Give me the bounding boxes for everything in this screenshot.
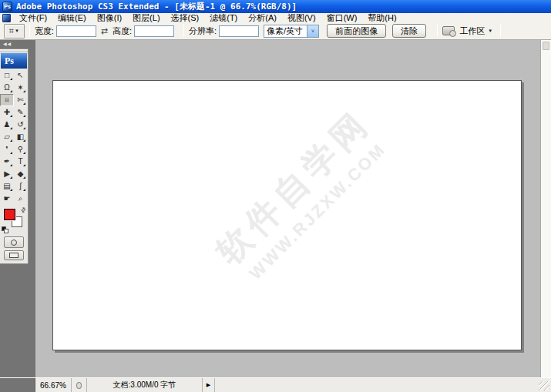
resolution-input[interactable]: [219, 25, 259, 37]
palette-collapse-header[interactable]: ◀◀: [0, 40, 35, 49]
menu-analysis[interactable]: 分析(A): [243, 13, 282, 22]
separator: [183, 25, 184, 37]
brush-tool-icon: ✎: [17, 109, 23, 116]
move-tool[interactable]: ↖: [14, 69, 27, 82]
chevron-down-icon: ▼: [15, 28, 19, 33]
history-brush-tool[interactable]: ↺: [14, 119, 27, 131]
palette-grip[interactable]: [0, 49, 28, 52]
hand-tool-icon: ☛: [4, 195, 11, 203]
dodge-tool-icon: ⚲: [18, 146, 23, 153]
height-input[interactable]: [134, 25, 174, 37]
blur-tool[interactable]: ❜: [0, 143, 14, 156]
pen-tool[interactable]: ✒: [0, 156, 14, 168]
slice-tool-icon: ✄: [17, 96, 23, 104]
rectangular-marquee-tool-icon: □: [5, 72, 9, 79]
workspace-menu[interactable]: 工作区 ▼: [459, 25, 492, 37]
slice-tool[interactable]: ✄: [14, 94, 27, 106]
status-icon-cell: [72, 378, 87, 392]
quick-mask-button[interactable]: [4, 236, 24, 248]
separator: [29, 25, 30, 37]
menu-edit[interactable]: 编辑(E): [52, 13, 92, 22]
eraser-tool-icon: ▱: [4, 133, 10, 141]
height-label: 高度:: [113, 25, 132, 37]
menu-items: 文件(F)编辑(E)图像(I)图层(L)选择(S)滤镜(T)分析(A)视图(V)…: [14, 13, 402, 22]
path-selection-tool[interactable]: ▶: [0, 168, 14, 180]
watermark: 软件自学网 WWW.RJZXW.COM: [207, 100, 395, 289]
crop-tool[interactable]: ⌗: [0, 94, 14, 106]
status-bar: 66.67% 文档:3.00M/0 字节 ▶: [0, 377, 551, 392]
left-dock: ◀◀ Ps □↖Ω✶⌗✄✚✎♟↺▱◧❜⚲✒T▶◆▤ʃ☛⌕ ⇄: [0, 40, 35, 377]
clone-stamp-tool-icon: ♟: [4, 121, 11, 129]
menu-filter[interactable]: 滤镜(T): [204, 13, 243, 22]
lasso-tool-icon: Ω: [4, 84, 9, 92]
menu-layer[interactable]: 图层(L): [127, 13, 165, 22]
brush-tool[interactable]: ✎: [14, 106, 27, 119]
screen-mode-button[interactable]: [4, 250, 24, 260]
crop-icon: ⌗: [9, 26, 14, 36]
notes-tool[interactable]: ▤: [0, 180, 14, 193]
menu-window[interactable]: 窗口(W): [321, 13, 363, 22]
clear-button[interactable]: 清除: [392, 24, 426, 38]
clone-stamp-tool[interactable]: ♟: [0, 119, 14, 131]
spot-healing-brush-tool[interactable]: ✚: [0, 106, 14, 119]
zoom-level-field[interactable]: 66.67%: [35, 378, 72, 392]
menu-bar: 文件(F)编辑(E)图像(I)图层(L)选择(S)滤镜(T)分析(A)视图(V)…: [0, 13, 551, 22]
color-swatches: ⇄: [0, 206, 28, 234]
hand-tool[interactable]: ☛: [0, 193, 14, 205]
rectangular-marquee-tool[interactable]: □: [0, 69, 14, 82]
menu-help[interactable]: 帮助(H): [362, 13, 401, 22]
dodge-tool[interactable]: ⚲: [14, 143, 27, 156]
custom-shape-tool[interactable]: ◆: [14, 168, 27, 180]
default-colors-icon[interactable]: [2, 226, 8, 233]
status-indicator-icon: [76, 382, 82, 389]
work-area: 软件自学网 WWW.RJZXW.COM: [35, 40, 540, 377]
document-canvas[interactable]: 软件自学网 WWW.RJZXW.COM: [52, 80, 522, 350]
workspace-label: 工作区: [459, 25, 485, 37]
gradient-tool[interactable]: ◧: [14, 131, 27, 143]
status-options-button[interactable]: ▶: [203, 378, 215, 392]
history-brush-tool-icon: ↺: [17, 121, 23, 129]
eyedropper-tool[interactable]: ʃ: [14, 180, 27, 193]
quick-mask-icon: [11, 240, 17, 246]
width-input[interactable]: [56, 25, 96, 37]
collapsed-palette-icon[interactable]: [543, 42, 549, 50]
crop-tool-icon: ⌗: [5, 96, 9, 104]
notes-tool-icon: ▤: [3, 183, 10, 190]
document-size-info: 文档:3.00M/0 字节: [87, 378, 203, 392]
resize-grip[interactable]: [539, 381, 549, 390]
tools-grid: □↖Ω✶⌗✄✚✎♟↺▱◧❜⚲✒T▶◆▤ʃ☛⌕: [0, 69, 28, 205]
window-title: Adobe Photoshop CS3 Extended - [未标题-1 @ …: [16, 1, 297, 12]
tool-palette: Ps □↖Ω✶⌗✄✚✎♟↺▱◧❜⚲✒T▶◆▤ʃ☛⌕ ⇄: [0, 49, 29, 264]
document-window-icon[interactable]: [2, 14, 11, 22]
collapse-arrows-icon: ◀◀: [3, 42, 12, 46]
menu-image[interactable]: 图像(I): [92, 13, 127, 22]
tool-options-bar: ⌗ ▼ 宽度: ⇄ 高度: 分辨率: 像素/英寸 ˅ 前面的图像 清除 工作区 …: [0, 22, 551, 40]
custom-shape-tool-icon: ◆: [18, 170, 24, 178]
magic-wand-tool-icon: ✶: [17, 84, 23, 92]
foreground-color-swatch[interactable]: [4, 209, 15, 220]
resolution-unit-select[interactable]: 像素/英寸 ˅: [264, 25, 319, 38]
zoom-tool[interactable]: ⌕: [14, 193, 27, 205]
menu-view[interactable]: 视图(V): [282, 13, 321, 22]
screen-mode-icon: [9, 253, 18, 258]
blur-tool-icon: ❜: [5, 146, 8, 153]
width-label: 宽度:: [35, 25, 54, 37]
eyedropper-tool-icon: ʃ: [19, 183, 21, 190]
menu-file[interactable]: 文件(F): [14, 13, 52, 22]
eraser-tool[interactable]: ▱: [0, 131, 14, 143]
spot-healing-brush-tool-icon: ✚: [4, 109, 10, 116]
magic-wand-tool[interactable]: ✶: [14, 82, 27, 94]
chevron-down-icon: ˅: [307, 25, 318, 37]
front-image-button[interactable]: 前面的图像: [327, 24, 386, 38]
default-white-swatch: [4, 229, 8, 233]
lasso-tool[interactable]: Ω: [0, 82, 14, 94]
menu-select[interactable]: 选择(S): [166, 13, 205, 22]
gradient-tool-icon: ◧: [17, 133, 24, 141]
type-tool[interactable]: T: [14, 156, 27, 168]
tool-preset-picker[interactable]: ⌗ ▼: [4, 24, 25, 39]
title-bar: Ps Adobe Photoshop CS3 Extended - [未标题-1…: [0, 0, 551, 13]
go-to-bridge-icon[interactable]: [442, 26, 455, 35]
type-tool-icon: T: [18, 158, 22, 166]
swap-colors-icon[interactable]: ⇄: [19, 206, 28, 214]
swap-dimensions-icon[interactable]: ⇄: [101, 26, 108, 36]
